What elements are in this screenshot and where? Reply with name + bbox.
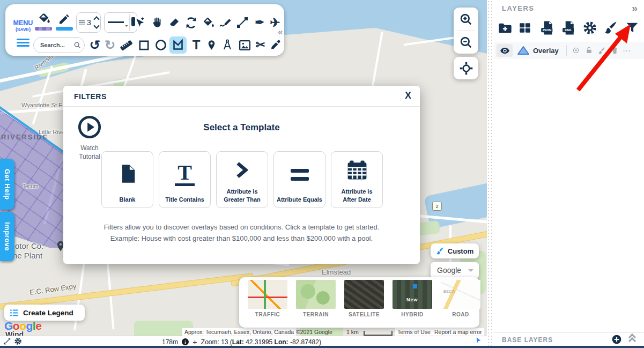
toolbar-collapse-button[interactable]: «: [278, 27, 283, 38]
zoom-in-button[interactable]: [454, 8, 478, 31]
undo-button[interactable]: ↺: [87, 37, 103, 53]
marker-tool[interactable]: [203, 37, 219, 53]
basemap-select[interactable]: Google: [431, 262, 479, 278]
style-brush-icon[interactable]: [604, 20, 618, 35]
hybrid-thumb-text: New: [406, 297, 418, 302]
map-type-label[interactable]: SATELLITE: [344, 312, 384, 317]
polygon-tool[interactable]: [169, 36, 187, 54]
freehand-draw-tool[interactable]: [217, 14, 233, 31]
blank-document-icon: [117, 162, 138, 188]
refresh-tool[interactable]: [183, 14, 199, 31]
eraser-tool[interactable]: [166, 14, 182, 31]
template-card-after-date[interactable]: Attribute is After Date: [331, 151, 383, 208]
transit-badge: [413, 284, 417, 288]
map-type-hybrid-thumb[interactable]: New: [393, 280, 432, 309]
zoom-readout: Zoom: 13 (Lat: 42.31995 Lon: -82.87482): [201, 338, 321, 346]
collapse-up-icon[interactable]: [630, 335, 635, 344]
divider: [494, 332, 644, 332]
fill-bucket-tool[interactable]: [200, 14, 216, 31]
settings-gear-icon[interactable]: [14, 337, 22, 345]
caret-down-icon: [125, 25, 128, 28]
lock-icon[interactable]: [585, 46, 593, 55]
map-type-terrain-thumb[interactable]: [296, 280, 336, 309]
line-style-tool[interactable]: [56, 12, 73, 33]
style-layer-brush-icon[interactable]: [598, 47, 606, 55]
pointer-cursor-icon[interactable]: [474, 337, 483, 345]
filter-icon[interactable]: [625, 21, 639, 35]
template-card-equals[interactable]: Attribute Equals: [273, 151, 325, 208]
layer-settings-gear-icon[interactable]: [582, 20, 597, 35]
pencil-icon: [56, 12, 73, 26]
rectangle-tool[interactable]: [136, 37, 152, 53]
basemap-select-value: Google: [437, 266, 461, 275]
text-tool[interactable]: T: [188, 37, 204, 53]
map-type-traffic-thumb[interactable]: [248, 280, 287, 309]
panel-resize-handle[interactable]: [487, 0, 494, 346]
add-base-layer-icon[interactable]: [611, 334, 622, 345]
search-input[interactable]: [39, 41, 73, 49]
divider: [566, 45, 567, 56]
template-card-greater-than[interactable]: Attribute is Greater Than: [216, 151, 268, 208]
menu-hamburger-icon[interactable]: [17, 39, 29, 47]
main-toolbar: MENU (SAVE) 3: [5, 4, 284, 56]
visibility-eye-icon[interactable]: [497, 44, 513, 57]
map-type-label[interactable]: TRAFFIC: [248, 312, 287, 317]
improve-tab[interactable]: Improve: [0, 212, 14, 261]
template-card-blank[interactable]: Blank: [101, 151, 153, 208]
select-move-tool[interactable]: [131, 14, 147, 31]
plus-icon[interactable]: +: [193, 337, 197, 346]
report-map-error-link[interactable]: Report a map error: [432, 328, 484, 336]
town-label: Elmstead: [322, 268, 351, 276]
image-tool[interactable]: [236, 37, 253, 53]
scale-readout: 178m: [162, 338, 178, 346]
search-box[interactable]: [33, 37, 85, 53]
panel-collapse-icon[interactable]: »: [632, 2, 638, 14]
title-text-icon: T: [175, 164, 195, 186]
zoom-in-icon: [459, 12, 473, 26]
map-type-road-thumb[interactable]: BECA: [441, 280, 480, 309]
map-type-label[interactable]: TERRAIN: [296, 312, 336, 317]
stepper-arrows[interactable]: [94, 17, 99, 28]
pen-tool[interactable]: ✒: [251, 14, 268, 31]
menu-button[interactable]: MENU (SAVE): [12, 19, 34, 32]
add-layer-icon[interactable]: [498, 20, 513, 35]
zoom-out-button[interactable]: [454, 31, 478, 54]
custom-style-button[interactable]: Custom: [431, 243, 479, 258]
map-type-label[interactable]: ROAD: [441, 312, 480, 317]
more-options-icon[interactable]: ···: [623, 47, 632, 55]
close-icon[interactable]: X: [405, 90, 411, 101]
import-json-icon[interactable]: JSON: [539, 20, 556, 36]
fill-style-tool[interactable]: [35, 12, 52, 33]
eyedropper-tool[interactable]: [268, 37, 284, 53]
circle-tool[interactable]: [153, 37, 169, 53]
compass-tool[interactable]: [219, 37, 235, 53]
cut-tool[interactable]: ✂: [253, 37, 269, 53]
create-legend-button[interactable]: Create Legend: [4, 305, 85, 321]
redo-button[interactable]: ↻: [102, 37, 118, 53]
locate-icon: [459, 61, 473, 76]
filters-modal: FILTERS X Watch Tutorial Select a Templa…: [63, 86, 420, 264]
info-icon[interactable]: i: [182, 338, 189, 345]
street-label: E.C. Row Expy: [29, 282, 77, 297]
measure-ruler-tool[interactable]: [118, 37, 134, 53]
layer-row[interactable]: Overlay ···: [494, 42, 644, 59]
connector-tool[interactable]: [234, 14, 250, 31]
delete-layer-icon[interactable]: [611, 46, 619, 55]
map-type-satellite-thumb[interactable]: [344, 280, 384, 309]
line-width-spinner[interactable]: 3: [76, 12, 101, 33]
fullscreen-icon[interactable]: [3, 337, 11, 345]
template-card-title-contains[interactable]: T Title Contains: [159, 151, 211, 208]
map-type-selector: TRAFFIC TERRAIN SATELLITE New HYBRID BEC…: [239, 277, 479, 328]
import-kml-icon[interactable]: KML: [561, 20, 577, 36]
terms-of-use-link[interactable]: Terms of Use: [395, 328, 433, 336]
locate-button[interactable]: [454, 57, 478, 79]
pan-hand-tool[interactable]: [149, 14, 165, 31]
table-view-icon[interactable]: [518, 21, 532, 35]
get-help-tab[interactable]: Get Help: [0, 159, 14, 210]
caret-down-icon: [468, 269, 473, 275]
map-type-label[interactable]: HYBRID: [393, 312, 432, 317]
line-sample: [108, 21, 124, 23]
brush-icon: [436, 247, 445, 255]
street-label: Tecum: [23, 183, 38, 189]
zoom-to-layer-icon[interactable]: [572, 46, 580, 55]
